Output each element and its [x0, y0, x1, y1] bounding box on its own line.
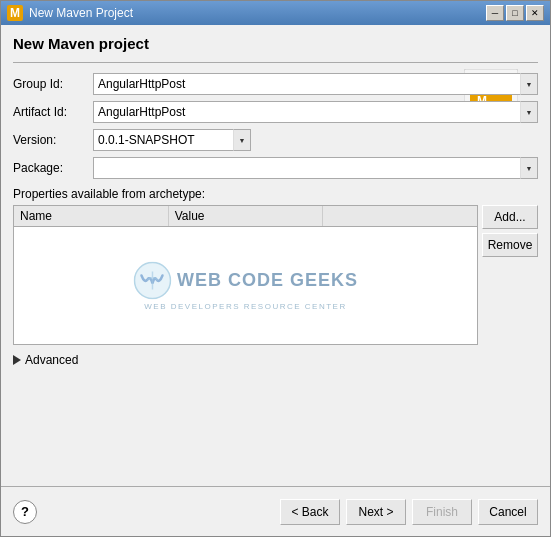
- package-row: Package:: [13, 157, 538, 179]
- version-input[interactable]: [93, 129, 233, 151]
- artifact-id-dropdown-btn[interactable]: [520, 101, 538, 123]
- version-wrapper: [93, 129, 251, 151]
- table-col-value: Value: [169, 206, 324, 226]
- table-header: Name Value: [14, 206, 477, 227]
- version-row: Version:: [13, 129, 538, 151]
- title-bar: M New Maven Project ─ □ ✕: [1, 1, 550, 25]
- bottom-left: ?: [13, 500, 37, 524]
- remove-button[interactable]: Remove: [482, 233, 538, 257]
- properties-section: Properties available from archetype: Nam…: [13, 187, 538, 345]
- bottom-right: < Back Next > Finish Cancel: [280, 499, 538, 525]
- group-id-label: Group Id:: [13, 77, 93, 91]
- group-id-dropdown-btn[interactable]: [520, 73, 538, 95]
- group-id-input[interactable]: [93, 73, 520, 95]
- app-icon: M: [7, 5, 23, 21]
- package-dropdown-btn[interactable]: [520, 157, 538, 179]
- help-button[interactable]: ?: [13, 500, 37, 524]
- properties-label: Properties available from archetype:: [13, 187, 538, 201]
- advanced-expand-icon: [13, 355, 21, 365]
- form-area: Group Id: Artifact Id: Version:: [13, 73, 538, 179]
- title-bar-left: M New Maven Project: [7, 5, 133, 21]
- artifact-id-row: Artifact Id:: [13, 101, 538, 123]
- header-section: New Maven project M: [13, 35, 538, 73]
- page-title: New Maven project: [13, 35, 538, 52]
- svg-text:M: M: [10, 6, 20, 20]
- content-area: New Maven project M Group I: [1, 25, 550, 486]
- package-input[interactable]: [93, 157, 520, 179]
- table-col-extra1: [323, 206, 477, 226]
- group-id-row: Group Id:: [13, 73, 538, 95]
- watermark-text-main: WEB CODE GEEKS: [177, 270, 358, 291]
- main-window: M New Maven Project ─ □ ✕ New Maven proj…: [0, 0, 551, 537]
- back-button[interactable]: < Back: [280, 499, 340, 525]
- properties-table: Name Value WEB COD: [13, 205, 478, 345]
- group-id-wrapper: [93, 73, 538, 95]
- window-title: New Maven Project: [29, 6, 133, 20]
- add-button[interactable]: Add...: [482, 205, 538, 229]
- properties-table-area: Name Value WEB COD: [13, 205, 538, 345]
- watermark-text-sub: WEB DEVELOPERS RESOURCE CENTER: [144, 301, 346, 310]
- title-controls: ─ □ ✕: [486, 5, 544, 21]
- cancel-button[interactable]: Cancel: [478, 499, 538, 525]
- table-col-name: Name: [14, 206, 169, 226]
- artifact-id-label: Artifact Id:: [13, 105, 93, 119]
- watermark: WEB CODE GEEKS WEB DEVELOPERS RESOURCE C…: [133, 261, 358, 310]
- package-label: Package:: [13, 161, 93, 175]
- close-button[interactable]: ✕: [526, 5, 544, 21]
- wcg-logo-icon: [133, 261, 171, 299]
- svg-point-7: [134, 262, 170, 298]
- watermark-logo: WEB CODE GEEKS: [133, 261, 358, 299]
- advanced-label: Advanced: [25, 353, 78, 367]
- next-button[interactable]: Next >: [346, 499, 406, 525]
- bottom-bar: ? < Back Next > Finish Cancel: [1, 486, 550, 536]
- header-title-area: New Maven project: [13, 35, 538, 73]
- package-wrapper: [93, 157, 538, 179]
- maximize-button[interactable]: □: [506, 5, 524, 21]
- finish-button[interactable]: Finish: [412, 499, 472, 525]
- artifact-id-wrapper: [93, 101, 538, 123]
- table-body: WEB CODE GEEKS WEB DEVELOPERS RESOURCE C…: [14, 227, 477, 344]
- artifact-id-input[interactable]: [93, 101, 520, 123]
- version-dropdown-btn[interactable]: [233, 129, 251, 151]
- advanced-section[interactable]: Advanced: [13, 353, 538, 367]
- version-label: Version:: [13, 133, 93, 147]
- minimize-button[interactable]: ─: [486, 5, 504, 21]
- table-buttons: Add... Remove: [482, 205, 538, 345]
- separator: [13, 62, 538, 63]
